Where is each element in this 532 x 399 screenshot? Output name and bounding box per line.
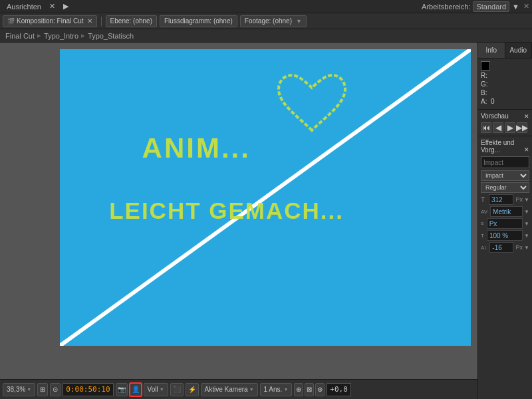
resolution-dropdown[interactable]: Voll ▼ xyxy=(144,383,168,396)
menu-close-btn[interactable]: ✕ xyxy=(45,0,59,13)
a-label: A: xyxy=(481,98,489,105)
camera-icon-btn[interactable]: 📷 xyxy=(116,383,128,396)
px-label-icon: ≡ xyxy=(481,221,484,227)
viewer-icon-2[interactable]: ⊙ xyxy=(50,383,61,396)
size-dropdown-arrow[interactable]: ▼ xyxy=(524,197,529,203)
canvas-text-anim: ANIM... xyxy=(142,132,251,164)
info-g-row: G: xyxy=(481,80,529,88)
main-area: ANIM... LEICHT GEMACH... 38,3% ▼ ⊞ ⊙ 0:0… xyxy=(0,43,532,399)
comp-icon: 🎬 xyxy=(7,18,15,25)
menu-play[interactable]: ▶ xyxy=(59,0,72,13)
res-arrow: ▼ xyxy=(160,387,164,392)
kern-unit: Px xyxy=(516,244,523,251)
tab-info[interactable]: Info xyxy=(478,43,505,58)
metric-arrow[interactable]: ▼ xyxy=(524,209,529,215)
breadcrumb: Final Cut ▸ Typo_Intro ▸ Typo_Statisch xyxy=(0,29,532,43)
preview-btn-start[interactable]: ⏮ xyxy=(481,122,491,133)
views-value: 1 Ans. xyxy=(264,386,283,393)
r-label: R: xyxy=(481,72,489,79)
workspace-arrow[interactable]: ▼ xyxy=(512,3,519,11)
comp-tab-footage[interactable]: Footage: (ohne) ▼ xyxy=(240,15,307,27)
top-menubar: Ausrichten ✕ ▶ Arbeitsbereich: Standard … xyxy=(0,0,532,13)
kern-arrow[interactable]: ▼ xyxy=(524,245,529,251)
scale-field[interactable]: 100 % xyxy=(487,230,523,241)
metric-field[interactable]: Metrik xyxy=(490,206,523,217)
workspace-label: Arbeitsbereich: xyxy=(422,3,470,11)
g-label: G: xyxy=(481,80,489,88)
preview-btn-play[interactable]: ▶ xyxy=(505,122,515,133)
viewer-extra-btns: ⊕ ⊠ ⊛ xyxy=(294,383,325,396)
viewer-icon-3[interactable]: ⬛ xyxy=(170,383,184,396)
comp-tab-final-cut[interactable]: 🎬 Komposition: Final Cut ✕ xyxy=(3,15,97,27)
px-arrow[interactable]: ▼ xyxy=(524,221,529,227)
size-field[interactable]: 312 xyxy=(489,194,513,205)
preview-controls: ⏮ ◀ ▶ ▶▶ xyxy=(481,122,529,133)
camera-value: Aktive Kamera xyxy=(205,386,248,393)
views-arrow: ▼ xyxy=(283,387,288,392)
effects-scale-row: T 100 % ▼ xyxy=(481,230,529,241)
a-value: 0 xyxy=(491,98,495,105)
size-icon: T xyxy=(481,196,487,203)
camera-dropdown[interactable]: Aktive Kamera ▼ xyxy=(201,383,258,396)
kern-field[interactable]: -16 xyxy=(489,242,513,253)
comp-tabbar: 🎬 Komposition: Final Cut ✕ Ebene: (ohne)… xyxy=(0,13,532,29)
offset-value[interactable]: +0,0 xyxy=(327,383,351,396)
canvas-content: ANIM... LEICHT GEMACH... xyxy=(60,49,471,346)
preview-btn-back[interactable]: ◀ xyxy=(493,122,503,133)
effects-px-row: ≡ Px ▼ xyxy=(481,218,529,229)
color-swatch[interactable] xyxy=(481,61,490,70)
kern-label-icon: A↕ xyxy=(481,245,487,251)
breadcrumb-item-3[interactable]: Typo_Statisch xyxy=(88,32,134,40)
font-dropdown[interactable]: Impact xyxy=(481,170,529,181)
comp-tab-label: Komposition: Final Cut xyxy=(17,17,84,25)
effects-close[interactable]: ✕ xyxy=(524,146,529,153)
viewer-icon-1[interactable]: ⊞ xyxy=(37,383,48,396)
breadcrumb-item-2[interactable]: Typo_Intro xyxy=(44,32,78,40)
zoom-dropdown[interactable]: 38,3% ▼ xyxy=(3,383,35,396)
views-dropdown[interactable]: 1 Ans. ▼ xyxy=(260,383,293,396)
right-panel: Info Audio R: G: B: A: xyxy=(477,43,532,399)
viewer-btn-b[interactable]: ⊠ xyxy=(305,383,314,396)
breadcrumb-sep2: ▸ xyxy=(81,31,85,40)
effects-kern-row: A↕ -16 Px ▼ xyxy=(481,242,529,253)
scale-arrow[interactable]: ▼ xyxy=(524,233,529,239)
px-field[interactable]: Px xyxy=(487,218,523,229)
menu-ausrichten[interactable]: Ausrichten xyxy=(3,0,45,13)
fluss-label: Flussdiagramm: (ohne) xyxy=(164,17,233,25)
workspace-value[interactable]: Standard xyxy=(473,1,509,12)
ebene-label: Ebene: (ohne) xyxy=(110,17,152,25)
preview-panel: Vorschau ✕ ⏮ ◀ ▶ ▶▶ xyxy=(478,109,532,136)
effects-panel: Effekte und Vorg... ✕ Impact Regular T 3… xyxy=(478,136,532,257)
timecode[interactable]: 0:00:50:10 xyxy=(63,383,113,396)
tab-audio[interactable]: Audio xyxy=(505,43,533,58)
info-color-row xyxy=(481,61,529,70)
info-panel-content: R: G: B: A: 0 xyxy=(478,59,532,109)
breadcrumb-item-1[interactable]: Final Cut xyxy=(5,32,35,40)
viewer-icon-4[interactable]: ⚡ xyxy=(186,383,199,396)
heart-shape xyxy=(265,64,358,150)
effects-font-row: Impact xyxy=(481,170,529,181)
panel-tabs: Info Audio xyxy=(478,43,532,59)
footage-label: Footage: (ohne) xyxy=(245,17,292,25)
comp-tab-ebene[interactable]: Ebene: (ohne) xyxy=(106,15,157,27)
info-r-row: R: xyxy=(481,72,529,79)
canvas-area[interactable]: ANIM... LEICHT GEMACH... 38,3% ▼ ⊞ ⊙ 0:0… xyxy=(0,43,477,399)
comp-tab-fluss[interactable]: Flussdiagramm: (ohne) xyxy=(160,15,237,27)
footage-icon: ▼ xyxy=(296,18,302,25)
panel-close-btn[interactable]: ✕ xyxy=(523,2,529,11)
font-search-input[interactable] xyxy=(481,156,529,168)
effects-size-row: T 312 Px ▼ xyxy=(481,194,529,205)
viewer-btn-c[interactable]: ⊛ xyxy=(315,383,325,396)
style-dropdown[interactable]: Regular xyxy=(481,182,529,193)
divider1 xyxy=(101,17,102,26)
preview-close[interactable]: ✕ xyxy=(524,113,529,120)
snapshot-btn[interactable]: 👤 Schnappschuss anzeigen xyxy=(130,383,142,396)
preview-btn-fwd[interactable]: ▶▶ xyxy=(517,122,527,133)
metric-label: AV xyxy=(481,209,487,215)
comp-tab-close[interactable]: ✕ xyxy=(87,17,92,25)
preview-title: Vorschau xyxy=(481,112,509,120)
viewer-btn-a[interactable]: ⊕ xyxy=(294,383,303,396)
breadcrumb-sep1: ▸ xyxy=(37,31,41,40)
size-unit: Px xyxy=(516,196,523,203)
cam-arrow: ▼ xyxy=(249,387,254,392)
